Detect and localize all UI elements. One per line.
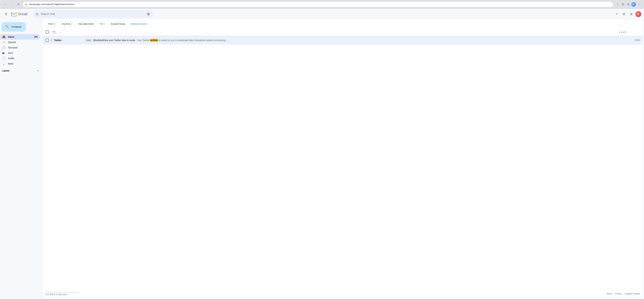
has-attachment-filter-chip[interactable]: Has attachment (76, 21, 96, 26)
email-toolbar: ▾ ⋮ 1–1 of 1 ‹ › (43, 28, 643, 36)
next-page-button[interactable]: › (634, 29, 640, 35)
inbox-icon: 📥 (2, 35, 5, 39)
sidebar-item-starred[interactable]: ☆ Starred (0, 39, 40, 45)
sidebar-item-drafts[interactable]: 📄 Drafts (0, 56, 40, 61)
email-snippet-pre: - Your Twitter (135, 39, 150, 41)
sidebar-item-snoozed[interactable]: 🕐 Snoozed (0, 45, 40, 50)
footer-links: Terms · Privacy · Program Policies (606, 293, 640, 295)
refresh-button[interactable] (51, 29, 57, 35)
to-filter-chip[interactable]: To ▾ (98, 21, 107, 26)
browser-chrome: ← → ↻ 🔒 mail.google.com/mail/u/2/?ogbl#s… (0, 0, 644, 9)
url-text: mail.google.com/mail/u/2/?ogbl#search/ar… (29, 3, 74, 5)
snoozed-label: Snoozed (8, 46, 17, 49)
advanced-search-button[interactable]: Advanced search (129, 22, 148, 26)
settings-button[interactable]: ⚙ (620, 11, 627, 17)
email-subject: @kellybethlisa your Twitter data is read… (93, 39, 135, 41)
storage-used-text: 0.07 GB of 15 GB used (46, 293, 66, 296)
exclude-social-filter-chip[interactable]: Exclude Social (108, 21, 128, 26)
labels-add-button[interactable]: + (36, 68, 40, 73)
footer-sep-1: · (613, 293, 614, 295)
email-snippet-post: is ready for you to download https://any… (158, 39, 227, 41)
inbox-badge: 209 (34, 36, 38, 38)
table-row[interactable]: ☆ Twitter Inbox @kellybethlisa your Twit… (43, 36, 643, 44)
inbox-label: Inbox (8, 35, 14, 38)
browser-right-icons: ☆ ⊟ ⧉ K ⋮ (615, 2, 641, 7)
compose-label: Compose (12, 25, 22, 28)
select-dropdown-button[interactable]: ▾ (49, 31, 50, 33)
compose-button[interactable]: ✏️ Compose (1, 22, 26, 31)
toolbar-left: ▾ ⋮ (46, 29, 64, 35)
search-icon (36, 12, 39, 16)
has-attachment-filter-label: Has attachment (78, 23, 94, 25)
drafts-icon: 📄 (2, 56, 5, 60)
search-options-button[interactable] (146, 12, 151, 16)
storage-bar-bg (46, 292, 79, 293)
email-checkbox[interactable] (46, 39, 49, 42)
storage-section: 0.07 GB of 15 GB used ↗ (46, 292, 79, 296)
apps-button[interactable]: ⊞ (628, 11, 634, 17)
to-filter-label: To (100, 23, 102, 25)
terms-link[interactable]: Terms (606, 293, 612, 295)
sidebar-item-more[interactable]: ⌄ More (0, 61, 40, 66)
sidebar-item-inbox[interactable]: 📥 Inbox 209 (0, 34, 40, 39)
star-button[interactable]: ☆ (50, 38, 53, 42)
topbar: ☰ Gmail (0, 9, 644, 19)
svg-point-1 (36, 13, 38, 15)
chrome-user-avatar[interactable]: K (631, 2, 636, 7)
refresh-icon (53, 30, 56, 33)
from-filter-label: From (48, 23, 53, 25)
search-icon-button[interactable] (36, 12, 39, 16)
toolbar-right: 1–1 of 1 ‹ › (619, 29, 640, 35)
restore-button[interactable]: ⧉ (626, 2, 630, 7)
reload-button[interactable]: ↻ (16, 2, 21, 7)
any-time-dropdown-arrow: ▾ (71, 23, 72, 25)
email-sender: Twitter (54, 39, 84, 41)
gmail-wrapper: ☰ Gmail (0, 9, 644, 299)
sidebar-item-sent-left: ▶ Sent (2, 51, 13, 55)
hamburger-menu-button[interactable]: ☰ (3, 11, 10, 17)
back-button[interactable]: ← (3, 2, 8, 7)
gmail-logo: Gmail (11, 11, 27, 17)
svg-point-7 (149, 14, 149, 14)
user-avatar[interactable]: K (635, 11, 641, 17)
sidebar: ✏️ Compose 📥 Inbox 209 ☆ Starred 🕐 (0, 19, 43, 299)
to-dropdown-arrow: ▾ (104, 23, 104, 25)
more-label: More (8, 62, 14, 65)
menu-button[interactable]: ⋮ (636, 2, 641, 7)
pagination-text: 1–1 of 1 (619, 31, 626, 33)
forward-button[interactable]: → (10, 2, 14, 7)
sidebar-item-sent[interactable]: ▶ Sent (0, 50, 40, 56)
from-filter-chip[interactable]: From ▾ (46, 21, 58, 26)
help-button[interactable]: ? (613, 11, 620, 17)
starred-label: Starred (8, 41, 16, 43)
svg-line-2 (38, 15, 38, 15)
labels-title: Labels (2, 69, 10, 72)
tab-search-button[interactable]: ⊟ (620, 2, 625, 7)
compose-icon: ✏️ (5, 25, 10, 29)
svg-point-8 (148, 14, 148, 15)
any-time-filter-label: Any time (62, 23, 70, 25)
sent-label: Sent (8, 52, 13, 54)
svg-point-6 (148, 13, 148, 13)
filter-bar: From ▾ Any time ▾ Has attachment To ▾ Ex… (43, 19, 643, 28)
select-all-checkbox[interactable] (46, 30, 49, 33)
sliders-icon (147, 12, 150, 16)
exclude-social-filter-label: Exclude Social (111, 23, 125, 25)
labels-header: Labels + (0, 68, 43, 74)
bookmark-button[interactable]: ☆ (615, 2, 620, 7)
storage-manage-button[interactable]: ↗ (67, 293, 69, 296)
search-bar-container (33, 10, 154, 18)
sidebar-item-more-left: ⌄ More (2, 62, 14, 65)
search-input[interactable] (41, 12, 144, 15)
gmail-logo-text: Gmail (18, 12, 27, 16)
policies-link[interactable]: Program Policies (625, 293, 640, 295)
any-time-filter-chip[interactable]: Any time ▾ (59, 21, 75, 26)
more-options-button[interactable]: ⋮ (58, 29, 64, 35)
star-icon: ☆ (2, 40, 5, 44)
footer: 0.07 GB of 15 GB used ↗ Terms · Privacy … (43, 289, 643, 298)
address-bar[interactable]: 🔒 mail.google.com/mail/u/2/?ogbl#search/… (23, 2, 613, 7)
privacy-link[interactable]: Privacy (615, 293, 622, 295)
prev-page-button[interactable]: ‹ (628, 29, 633, 35)
sidebar-item-starred-left: ☆ Starred (2, 40, 16, 44)
sidebar-item-inbox-left: 📥 Inbox (2, 35, 14, 39)
